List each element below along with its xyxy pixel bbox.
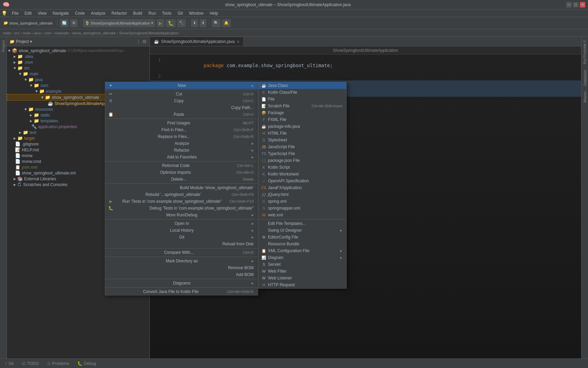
menu-git[interactable]: Git — [175, 10, 186, 16]
sub-typescript[interactable]: TS TypeScript File — [258, 150, 346, 157]
ctx-add-bom[interactable]: Add BOM — [105, 271, 258, 278]
ctx-git[interactable]: Git ▸ — [105, 234, 258, 241]
sub-web-listener[interactable]: W Web Listener — [258, 275, 346, 281]
debug-tab[interactable]: 🐛 Debug — [75, 361, 98, 367]
ctx-reload[interactable]: Reload from Disk — [105, 241, 258, 247]
tree-item-src[interactable]: ▾ 📁 src — [7, 65, 149, 71]
sub-swing-ui[interactable]: Swing UI Designer ▸ — [258, 227, 346, 234]
ctx-run-tests[interactable]: ▶ Run 'Tests in 'com.example.show_spring… — [105, 198, 258, 205]
maven-tab[interactable]: Maven — [582, 89, 588, 105]
sub-package[interactable]: 📦 Package — [258, 109, 346, 116]
debug-button[interactable]: 🐛 — [166, 19, 176, 27]
sub-kotlin-worksheet[interactable]: K Kotlin Worksheet — [258, 171, 346, 178]
minimize-button[interactable]: ─ — [566, 2, 572, 7]
run-config-dropdown[interactable]: 🍃 ShowSpringbootUltimateApplication ▾ — [83, 19, 155, 27]
sub-file[interactable]: 📄 File — [258, 96, 346, 103]
menu-file[interactable]: File — [9, 10, 21, 16]
sub-kotlin-script[interactable]: K Kotlin Script — [258, 164, 346, 171]
run-button[interactable]: ▶ — [157, 19, 164, 27]
tree-item-mvn[interactable]: ▸ 📁 .mvn — [7, 59, 149, 65]
ctx-refactor[interactable]: Refactor ▸ — [105, 147, 258, 154]
todo-tab[interactable]: ☑ TODO — [20, 361, 41, 367]
sub-web-xml[interactable]: W web.xml — [258, 212, 346, 218]
menu-view[interactable]: View — [35, 10, 49, 16]
sub-servlet[interactable]: S Servlet — [258, 261, 346, 268]
ctx-more-run[interactable]: More Run/Debug ▸ — [105, 212, 258, 218]
sub-web-filter[interactable]: W Web Filter — [258, 268, 346, 275]
search-btn[interactable]: 🔍 — [212, 19, 221, 27]
settings-btn[interactable]: ⚙ — [70, 19, 78, 27]
sub-fxml[interactable]: F FXML File — [258, 116, 346, 123]
git-push-btn[interactable]: ⬆ — [200, 19, 207, 27]
tree-item-idea[interactable]: ▸ 📁 .idea — [7, 53, 149, 59]
ctx-find-usages[interactable]: Find Usages Alt+F7 — [105, 120, 258, 126]
ctx-optimize-imports[interactable]: Optimize Imports Ctrl+Alt+O — [105, 169, 258, 176]
sub-resource-bundle[interactable]: Resource Bundle — [258, 241, 346, 247]
sub-openapi[interactable]: ✓ OpenAPI Specification — [258, 178, 346, 184]
ctx-paste[interactable]: 📋 Paste Ctrl+V — [105, 111, 258, 118]
ctx-reformat[interactable]: Reformat Code Ctrl+Alt+L — [105, 162, 258, 169]
ctx-remove-bom[interactable]: Remove BOM — [105, 264, 258, 271]
ctx-copy[interactable]: ⎘ Copy Ctrl+C — [105, 97, 258, 104]
ctx-replace-in-files[interactable]: Replace in Files... Ctrl+Shift+R — [105, 133, 258, 140]
sub-diagram[interactable]: 📊 Diagram ▸ — [258, 254, 346, 261]
sub-stylesheet[interactable]: S Stylesheet — [258, 137, 346, 143]
sub-javafx[interactable]: FX JavaFXApplication — [258, 184, 346, 191]
ctx-debug-tests[interactable]: 🐛 Debug 'Tests in 'com.example.show_spri… — [105, 205, 258, 212]
sub-xml-config[interactable]: 📋 XML Configuration File ▸ — [258, 247, 346, 254]
menu-code[interactable]: Code — [72, 10, 88, 16]
sub-package-json[interactable]: { } package.json File — [258, 157, 346, 164]
ctx-find-in-files[interactable]: Find in Files... Ctrl+Shift+F — [105, 126, 258, 133]
sub-edit-templates[interactable]: Edit File Templates... — [258, 220, 346, 227]
ctx-rebuild[interactable]: Rebuild '...springboot_ultimate' Ctrl+Sh… — [105, 191, 258, 198]
tree-item-main[interactable]: ▾ 📁 main — [7, 71, 149, 77]
ctx-cut[interactable]: ✂ Cut Ctrl+X — [105, 91, 258, 97]
project-tab[interactable]: Project — [1, 38, 6, 54]
ctx-open-in[interactable]: Open In ▸ — [105, 220, 258, 227]
tab-close-btn[interactable]: ✕ — [237, 40, 239, 44]
sub-jquery[interactable]: jQ jQuery.html — [258, 191, 346, 198]
notifications-btn[interactable]: 🔔 — [222, 19, 231, 27]
sub-javascript[interactable]: JS JavaScript File — [258, 143, 346, 150]
database-tab[interactable]: Database — [582, 68, 588, 88]
ctx-build-module[interactable]: Build Module 'show_springboot_ultimate' — [105, 184, 258, 191]
sub-springmapper[interactable]: S springmapper.xml — [258, 205, 346, 212]
sub-package-info[interactable]: ☕ package-info.java — [258, 123, 346, 130]
git-update-btn[interactable]: ⬇ — [191, 19, 198, 27]
sub-editorconfig[interactable]: ⚙ EditorConfig File — [258, 234, 346, 241]
close-button[interactable]: ✕ — [580, 2, 585, 7]
tree-root[interactable]: ▾ 📦 show_springboot_ultimate D:\JAVA\jav… — [7, 48, 149, 53]
editor-tab-main[interactable]: ☕ ShowSpringbootUltimateApplication.java… — [150, 37, 244, 46]
ctx-convert-kotlin[interactable]: Convert Java File to Kotlin File Ctrl+Al… — [105, 288, 258, 295]
collapse-all-btn[interactable]: ⋮ — [136, 39, 141, 44]
ctx-delete[interactable]: Delete... Delete — [105, 176, 258, 183]
ctx-analyze[interactable]: Analyze ▸ — [105, 140, 258, 147]
ctx-add-favorites[interactable]: Add to Favorites ▸ — [105, 154, 258, 160]
ctx-local-history[interactable]: Local History ▸ — [105, 227, 258, 234]
build-button[interactable]: 🔨 — [177, 19, 186, 27]
menu-refactor[interactable]: Refactor — [109, 10, 130, 16]
ctx-compare[interactable]: Compare With... Ctrl+D — [105, 249, 258, 256]
problems-tab[interactable]: ⚠ Problems — [45, 361, 71, 367]
ctx-new[interactable]: ✦ New ▸ — [105, 82, 258, 89]
menu-tools[interactable]: Tools — [159, 10, 174, 16]
sub-html[interactable]: H HTML File — [258, 130, 346, 137]
menu-run[interactable]: Run — [146, 10, 159, 16]
menu-navigate[interactable]: Navigate — [50, 10, 71, 16]
sync-btn[interactable]: 🔄 — [60, 19, 69, 27]
ctx-copy-path[interactable]: Copy Path... — [105, 104, 258, 111]
ctx-diagrams[interactable]: Diagrams ▸ — [105, 280, 258, 287]
menu-help[interactable]: Help — [207, 10, 221, 16]
sub-scratch[interactable]: 📝 Scratch File Ctrl+Alt+Shift+Insert — [258, 103, 346, 109]
project-settings-btn[interactable]: ⚙ — [142, 39, 147, 44]
sub-kotlin-class[interactable]: K Kotlin Class/File — [258, 89, 346, 96]
menu-build[interactable]: Build — [130, 10, 145, 16]
maximize-button[interactable]: □ — [573, 2, 578, 7]
menu-window[interactable]: Window — [186, 10, 206, 16]
menu-edit[interactable]: Edit — [22, 10, 34, 16]
sub-java-class[interactable]: ☕ Java Class — [258, 82, 346, 89]
sub-spring-xml[interactable]: S spring.xml — [258, 198, 346, 205]
git-tab[interactable]: ⑂ Git — [3, 361, 16, 367]
sub-http-request[interactable]: H HTTP Request — [258, 281, 346, 288]
ctx-mark-dir[interactable]: Mark Directory as ▸ — [105, 258, 258, 264]
